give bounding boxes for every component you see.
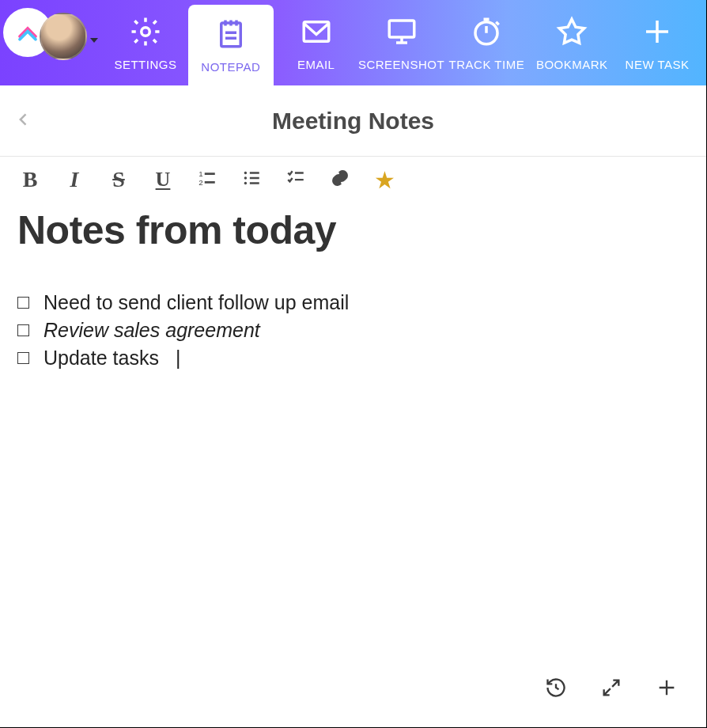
svg-text:2: 2: [198, 178, 202, 187]
plus-icon: [641, 15, 674, 51]
svg-point-8: [244, 176, 247, 179]
checklist-text[interactable]: Review sales agreement: [43, 319, 260, 342]
nav-newtask[interactable]: NEW TASK: [614, 0, 700, 85]
checklist-text[interactable]: Need to send client follow up email: [43, 291, 349, 314]
svg-point-7: [244, 172, 247, 174]
checklist: Need to send client follow up email Revi…: [17, 291, 689, 370]
svg-rect-3: [389, 21, 414, 37]
primary-nav: SETTINGS NOTEPAD EMAIL SCREENSHOT TRACK: [103, 0, 700, 85]
nav-screenshot[interactable]: SCREENSHOT: [359, 0, 444, 85]
expand-icon: [600, 677, 622, 702]
numbered-list-icon: 12: [197, 168, 217, 191]
format-toolbar: B I S U 12 ★: [0, 157, 706, 203]
checklist-button[interactable]: [283, 167, 308, 192]
top-toolbar: SETTINGS NOTEPAD EMAIL SCREENSHOT TRACK: [0, 0, 706, 85]
checklist-icon: [285, 168, 306, 191]
checklist-item[interactable]: Review sales agreement: [17, 319, 689, 342]
notepad-icon: [214, 17, 248, 54]
plus-icon: [656, 677, 678, 702]
star-filled-icon: ★: [374, 166, 395, 194]
nav-label: TRACK TIME: [449, 58, 525, 71]
strikethrough-button[interactable]: S: [106, 167, 131, 192]
text-cursor: |: [176, 347, 176, 370]
user-avatar[interactable]: [40, 13, 87, 60]
add-button[interactable]: [653, 676, 680, 703]
expand-button[interactable]: [598, 676, 625, 703]
history-icon: [545, 677, 567, 702]
chevron-left-icon: [16, 108, 32, 134]
note-heading[interactable]: Notes from today: [17, 207, 689, 253]
nav-tracktime[interactable]: TRACK TIME: [444, 0, 529, 85]
svg-text:1: 1: [198, 169, 202, 178]
nav-label: SCREENSHOT: [358, 58, 444, 71]
nav-label: NOTEPAD: [201, 60, 260, 74]
svg-point-9: [244, 182, 247, 184]
favorite-button[interactable]: ★: [372, 167, 397, 192]
nav-bookmark[interactable]: BOOKMARK: [529, 0, 614, 85]
title-bar: Meeting Notes: [0, 85, 706, 157]
checklist-item[interactable]: Need to send client follow up email: [17, 291, 689, 314]
email-icon: [300, 15, 333, 51]
history-button[interactable]: [543, 676, 569, 703]
numbered-list-button[interactable]: 12: [195, 167, 220, 192]
nav-notepad[interactable]: NOTEPAD: [188, 5, 274, 85]
monitor-icon: [385, 15, 418, 51]
star-icon: [555, 15, 588, 51]
bullet-list-icon: [241, 168, 262, 191]
nav-label: SETTINGS: [114, 58, 176, 71]
svg-rect-1: [221, 23, 241, 47]
link-icon: [330, 168, 350, 191]
checkbox-icon[interactable]: [17, 297, 29, 309]
nav-label: NEW TASK: [626, 58, 690, 71]
workspace-switcher[interactable]: [0, 0, 103, 85]
underline-button[interactable]: U: [150, 167, 176, 192]
nav-label: EMAIL: [297, 58, 335, 71]
page-title: Meeting Notes: [272, 108, 434, 135]
bottom-toolbar: [0, 669, 707, 728]
bold-button[interactable]: B: [17, 167, 43, 192]
nav-label: BOOKMARK: [536, 58, 608, 71]
checklist-text[interactable]: Update tasks: [43, 347, 159, 370]
back-button[interactable]: [11, 108, 36, 134]
nav-settings[interactable]: SETTINGS: [103, 0, 188, 85]
svg-point-0: [142, 27, 150, 36]
gear-icon: [129, 15, 162, 51]
checkbox-icon[interactable]: [17, 352, 29, 364]
checkbox-icon[interactable]: [17, 324, 29, 336]
note-editor[interactable]: Notes from today Need to send client fol…: [0, 207, 706, 370]
bullet-list-button[interactable]: [239, 167, 264, 192]
checklist-item[interactable]: Update tasks|: [17, 347, 689, 370]
italic-button[interactable]: I: [62, 167, 87, 192]
stopwatch-icon: [470, 15, 503, 51]
link-button[interactable]: [327, 167, 353, 192]
nav-email[interactable]: EMAIL: [274, 0, 359, 85]
chevron-down-icon: [90, 38, 98, 43]
